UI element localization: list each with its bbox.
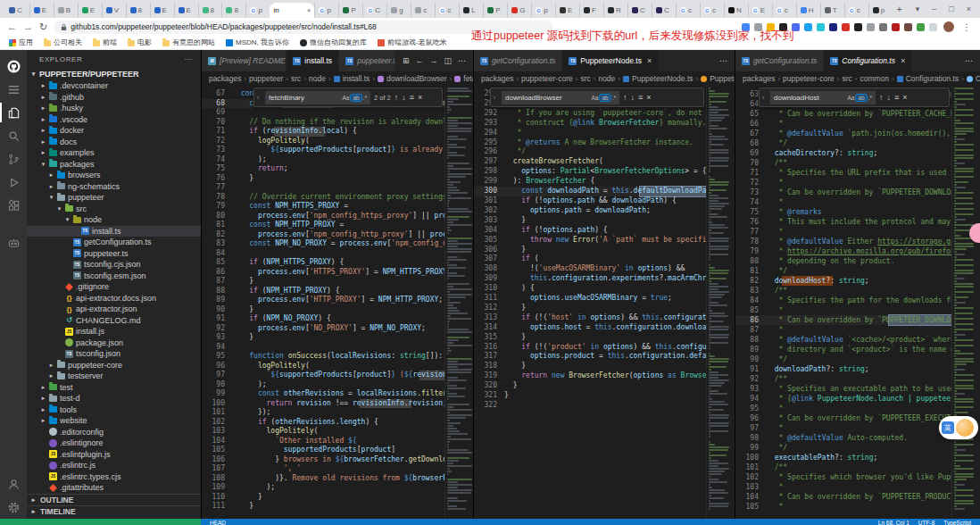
bookmark-item[interactable]: 微信自动回复的库	[300, 38, 367, 47]
browser-tab[interactable]: E	[29, 3, 54, 18]
extension-icon[interactable]	[829, 23, 837, 31]
minimap[interactable]	[951, 86, 980, 519]
avatar[interactable]	[943, 21, 954, 32]
tree-item[interactable]: ▾puppeteer	[27, 192, 201, 204]
find-in-selection-icon[interactable]: ≡	[638, 93, 643, 102]
account-icon[interactable]	[0, 472, 27, 496]
extension-icon[interactable]	[929, 23, 937, 31]
run-debug-icon[interactable]	[0, 171, 27, 194]
more-actions-icon[interactable]: ⋯	[719, 56, 727, 65]
find-widget[interactable]: ›fetchBinaryAaab.*2 of 2↑↓≡×	[253, 88, 443, 107]
tree-item[interactable]: ↺CHANGELOG.md	[27, 315, 201, 327]
find-in-selection-icon[interactable]: ≡	[894, 93, 899, 102]
tree-item[interactable]: ▸.vscode	[27, 114, 201, 126]
more-actions-icon[interactable]: ⋯	[184, 55, 192, 63]
tree-item[interactable]: ▸docker	[27, 125, 201, 137]
tree-item[interactable]: ▸test-d	[27, 393, 201, 404]
tree-item[interactable]: ▸testserver	[27, 371, 201, 382]
bookmark-item[interactable]: 应用	[9, 38, 33, 47]
close-icon[interactable]: ×	[902, 93, 907, 102]
extension-icon[interactable]	[904, 23, 912, 31]
tree-item[interactable]: ▸docs	[27, 137, 201, 148]
tree-item[interactable]: ▸examples	[27, 147, 201, 159]
tree-item[interactable]: ▸ng-schematics	[27, 181, 201, 193]
next-match-icon[interactable]: ↓	[887, 93, 892, 102]
extension-icon[interactable]	[879, 23, 887, 31]
tree-item[interactable]: ▸browsers	[27, 170, 201, 181]
browser-tab[interactable]: R	[603, 3, 627, 18]
whole-word-toggle[interactable]: ab	[856, 95, 866, 101]
minimize-button[interactable]: –	[932, 4, 936, 13]
minimap[interactable]	[444, 86, 473, 519]
tree-item[interactable]: ▾src	[27, 204, 201, 215]
previous-match-icon[interactable]: ↑	[879, 93, 884, 102]
browser-tab[interactable]: Gp	[314, 3, 338, 18]
code-content[interactable]: 290 *291 * @remarks292 * If you are usin…	[474, 86, 735, 519]
bookmark-item[interactable]: MSDN, 我告诉你	[226, 38, 289, 47]
new-tab-button[interactable]: +	[893, 4, 907, 14]
browser-tab[interactable]: p	[868, 3, 893, 18]
regex-toggle[interactable]: .*	[867, 95, 874, 101]
browser-tab[interactable]: E	[78, 3, 102, 18]
browser-tab[interactable]: T	[820, 3, 844, 18]
tab-search-icon[interactable]: ▾	[916, 4, 920, 13]
explorer-icon[interactable]	[0, 101, 27, 124]
next-match-icon[interactable]: ↓	[402, 93, 406, 102]
browser-tab[interactable]: Gp	[531, 3, 555, 18]
search-icon[interactable]	[0, 124, 27, 147]
editor-tab[interactable]: TSinstall.ts×	[287, 50, 339, 71]
browser-tab[interactable]: G	[507, 3, 531, 18]
extension-icon[interactable]	[892, 23, 900, 31]
tree-item[interactable]: ▸.husky	[27, 103, 201, 114]
code-content[interactable]: 63 * Defines the directory to be used by…	[735, 86, 980, 519]
close-button[interactable]: ×	[967, 4, 971, 13]
tree-item[interactable]: TStsconfig.json	[27, 348, 201, 360]
editor-tab[interactable]: M[Preview] README.md	[202, 50, 287, 71]
browser-tab[interactable]: 8	[126, 3, 150, 18]
github-logo-icon[interactable]	[0, 54, 27, 78]
browser-tab-active[interactable]: in×	[270, 3, 314, 18]
browser-tab[interactable]: Gc	[676, 3, 700, 18]
settings-gear-icon[interactable]	[0, 496, 27, 519]
browser-tab[interactable]: 8	[198, 3, 222, 18]
close-icon[interactable]: ×	[307, 6, 311, 14]
browser-tab[interactable]: H	[796, 3, 820, 18]
tree-item[interactable]: JSinstall.js	[27, 326, 201, 338]
browser-tab[interactable]: C	[627, 3, 652, 18]
status-item[interactable]: Ln 68, Col 1	[878, 519, 909, 525]
browser-tab[interactable]: B	[54, 3, 78, 18]
tree-item[interactable]: .gitignore	[27, 281, 201, 293]
close-icon[interactable]: ×	[647, 56, 652, 65]
extension-icon[interactable]	[804, 23, 812, 31]
editor-tab[interactable]: TSConfiguration.ts×	[824, 50, 912, 71]
browser-tab[interactable]: Gc	[435, 3, 459, 18]
browser-tab[interactable]: GC	[362, 3, 386, 18]
extension-icon[interactable]	[842, 23, 850, 31]
more-actions-icon[interactable]: ⋯	[965, 56, 973, 65]
tree-item[interactable]: JS.eslintplugin.js	[27, 449, 201, 461]
browser-tab[interactable]: L	[459, 3, 483, 18]
tree-item[interactable]: .eslintrc.js	[27, 460, 201, 471]
browser-tab[interactable]: E	[555, 3, 579, 18]
breadcrumb[interactable]: packages›puppeteer-core›src›node›Puppete…	[474, 71, 735, 86]
previous-match-icon[interactable]: ↑	[394, 93, 399, 102]
tree-item[interactable]: ▸website	[27, 415, 201, 427]
code-content[interactable]: 67 const fetchBinary = async (revision: …	[202, 86, 473, 519]
find-widget[interactable]: ›downloadHostAaab.*↑↓≡×	[759, 88, 950, 107]
extension-icon[interactable]	[917, 23, 925, 31]
browser-tab[interactable]: 8	[221, 3, 245, 18]
browser-tab[interactable]: E	[174, 3, 198, 18]
tree-item[interactable]: ▸test	[27, 382, 201, 394]
breadcrumb[interactable]: packages›puppeteer›src›node›install.ts›d…	[202, 71, 473, 86]
section-timeline[interactable]: ▸TIMELINE	[27, 505, 201, 517]
extension-icon[interactable]	[817, 23, 825, 31]
browser-tab[interactable]: F	[579, 3, 603, 18]
bookmark-item[interactable]: 前端	[93, 38, 117, 47]
tree-item[interactable]: ▾node	[27, 214, 201, 226]
open-preview-icon[interactable]: ⊞	[403, 56, 410, 65]
toggle-replace-icon[interactable]: ›	[254, 94, 262, 102]
more-actions-icon[interactable]: ⋯	[458, 56, 466, 65]
tree-item[interactable]: TSpuppeteer.ts	[27, 248, 201, 260]
nav-forward-icon[interactable]: →	[429, 56, 437, 65]
match-case-toggle[interactable]: Aa	[589, 95, 600, 101]
